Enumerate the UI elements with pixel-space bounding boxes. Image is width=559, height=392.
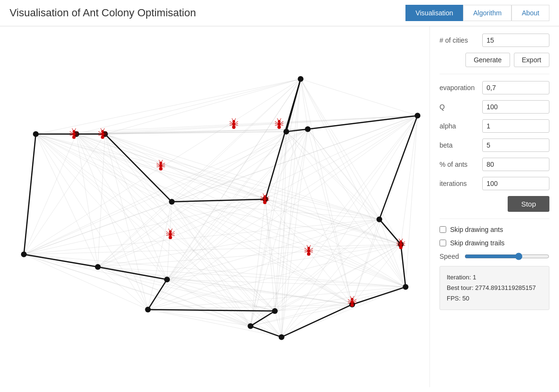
stop-row: Stop bbox=[440, 196, 549, 212]
q-row: Q bbox=[440, 100, 549, 114]
skip-trails-label: Skip drawing trails bbox=[450, 239, 505, 247]
canvas-area bbox=[0, 26, 429, 387]
cities-input[interactable] bbox=[482, 34, 549, 47]
beta-label: beta bbox=[440, 141, 452, 149]
evaporation-row: evaporation bbox=[440, 81, 549, 94]
stop-button[interactable]: Stop bbox=[508, 196, 549, 212]
evaporation-label: evaporation bbox=[440, 84, 475, 92]
q-input[interactable] bbox=[482, 100, 549, 114]
info-box: Iteration: 1 Best tour: 2774.89131192851… bbox=[440, 266, 549, 310]
beta-row: beta bbox=[440, 138, 549, 152]
generate-export-row: Generate Export bbox=[440, 53, 549, 67]
best-tour-text: Best tour: 2774.8913119285157 bbox=[447, 283, 542, 293]
header: Visualisation of Ant Colony Optimisation… bbox=[0, 0, 559, 26]
nav-bar: Visualisation Algorithm About bbox=[405, 5, 549, 21]
skip-ants-row: Skip drawing ants bbox=[440, 226, 549, 233]
alpha-row: alpha bbox=[440, 119, 549, 133]
iterations-input[interactable] bbox=[482, 177, 549, 190]
divider-2 bbox=[440, 219, 549, 219]
generate-button[interactable]: Generate bbox=[465, 53, 510, 67]
cities-label: # of cities bbox=[440, 36, 468, 44]
iterations-row: iterations bbox=[440, 177, 549, 190]
speed-slider[interactable] bbox=[464, 253, 549, 260]
ants-row: % of ants bbox=[440, 158, 549, 171]
skip-trails-checkbox[interactable] bbox=[440, 240, 446, 246]
beta-input[interactable] bbox=[482, 138, 549, 152]
speed-label: Speed bbox=[440, 253, 459, 260]
alpha-label: alpha bbox=[440, 122, 456, 130]
graph-canvas bbox=[0, 26, 429, 387]
nav-algorithm[interactable]: Algorithm bbox=[463, 5, 511, 21]
q-label: Q bbox=[440, 103, 445, 111]
main-content: # of cities Generate Export evaporation … bbox=[0, 26, 559, 387]
page-title: Visualisation of Ant Colony Optimisation bbox=[10, 7, 196, 19]
iterations-label: iterations bbox=[440, 180, 467, 187]
evaporation-input[interactable] bbox=[482, 81, 549, 94]
nav-about[interactable]: About bbox=[511, 5, 549, 21]
ants-input[interactable] bbox=[482, 158, 549, 171]
nav-visualisation[interactable]: Visualisation bbox=[405, 5, 463, 21]
skip-trails-row: Skip drawing trails bbox=[440, 239, 549, 247]
iteration-text: Iteration: 1 bbox=[447, 272, 542, 283]
divider-1 bbox=[440, 74, 549, 74]
skip-ants-checkbox[interactable] bbox=[440, 226, 446, 233]
alpha-input[interactable] bbox=[482, 119, 549, 133]
fps-text: FPS: 50 bbox=[447, 293, 542, 304]
ants-label: % of ants bbox=[440, 161, 467, 168]
sidebar: # of cities Generate Export evaporation … bbox=[429, 26, 559, 387]
skip-ants-label: Skip drawing ants bbox=[450, 226, 503, 233]
speed-row: Speed bbox=[440, 253, 549, 260]
export-button[interactable]: Export bbox=[514, 53, 549, 67]
cities-row: # of cities bbox=[440, 34, 549, 47]
